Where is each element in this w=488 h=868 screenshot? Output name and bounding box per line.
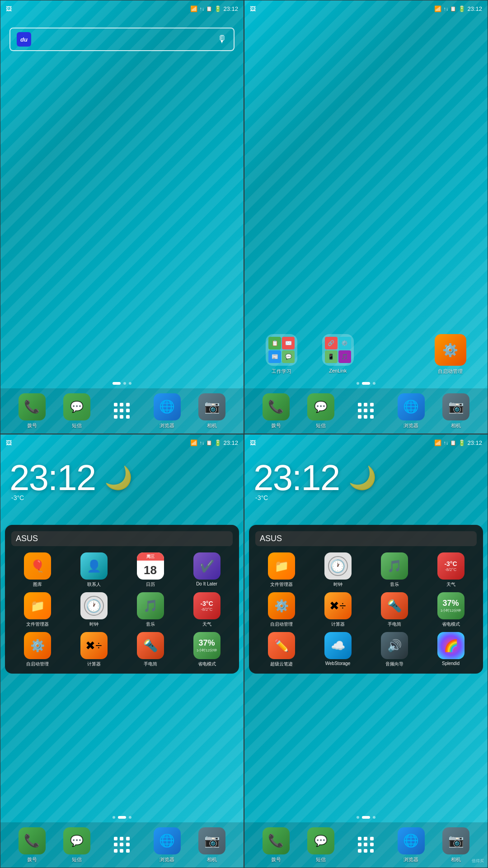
app-flashlight-q4[interactable]: 🔦 手电筒 — [368, 592, 420, 627]
app-doitlater[interactable]: ✔️ Do It Later — [181, 552, 233, 588]
app-music-q4[interactable]: 🎵 音乐 — [368, 552, 420, 588]
folder-work[interactable]: 📋 ✉️ 📰 💬 工作学习 — [266, 334, 297, 375]
sms-label-q3: 短信 — [72, 856, 82, 863]
app-music-q3[interactable]: 🎵 音乐 — [124, 592, 176, 627]
dock-grid-q4[interactable] — [352, 831, 380, 859]
status-left-q2: 🖼 — [250, 5, 256, 12]
app-gallery[interactable]: 🎈 图库 — [11, 552, 63, 588]
dock-phone-q4[interactable]: 📞 拨号 — [263, 827, 290, 863]
app-autostart-q2[interactable]: ⚙️ 自启动管理 — [435, 334, 466, 375]
status-bar-q1: 🖼 📶 ↑↓ 📋 🔋 23:12 — [0, 0, 244, 17]
battery-label-q4: 省电模式 — [442, 621, 460, 627]
zi3: 📱 — [325, 350, 338, 363]
voice-search-icon[interactable]: 🎙 — [217, 33, 227, 45]
app-audioguide-q4[interactable]: 🔊 音频向导 — [368, 632, 420, 667]
dock-phone-q3[interactable]: 📞 拨号 — [19, 827, 46, 863]
grid-dots-q4 — [358, 837, 374, 853]
photo-icon-q2: 🖼 — [250, 5, 256, 12]
quadrant-2: 🖼 📶 ↑↓ 📋 🔋 23:12 📋 ✉️ 📰 💬 工作学习 🔗 ⚙️ — [244, 0, 488, 434]
sim-icon-q1: 📋 — [206, 6, 212, 12]
app-contacts[interactable]: 👤 联系人 — [68, 552, 120, 588]
wifi-icon-q1: 📶 — [190, 5, 197, 12]
app-battery-q4[interactable]: 37% 1小时12分钟 省电模式 — [425, 592, 477, 627]
dock-sms-q3[interactable]: 💬 短信 — [63, 827, 90, 863]
dock-grid-q2[interactable] — [352, 397, 380, 425]
clock-icon-q4: 🕐 — [324, 552, 352, 580]
dock-browser-q2[interactable]: 🌐 浏览器 — [398, 393, 425, 429]
grid-dots-q3 — [114, 837, 130, 853]
dock-camera-q2[interactable]: 📷 相机 — [442, 393, 469, 429]
app-autostart-q4[interactable]: ⚙️ 自启动管理 — [255, 592, 307, 627]
wifi-icon-q3: 📶 — [190, 439, 197, 446]
gd6 — [126, 409, 130, 412]
app-battery-q3[interactable]: 37% 1小时12分钟 省电模式 — [181, 632, 233, 667]
background-q1 — [0, 0, 244, 434]
dot-1 — [113, 382, 121, 385]
app-clock-q4[interactable]: 🕐 时钟 — [312, 552, 364, 588]
app-weather-q4[interactable]: -3°C -8/2°C 天气 — [425, 552, 477, 588]
app-drawer-q4: ASUS 📁 文件管理器 🕐 时钟 🎵 音乐 — [249, 525, 483, 674]
sim-icon-q4: 📋 — [450, 440, 456, 446]
gd4-7 — [358, 849, 361, 853]
app-splendid-q4[interactable]: 🌈 Splendid — [425, 632, 477, 667]
app-weather-q3[interactable]: -3°C -8/2°C 天气 — [181, 592, 233, 627]
clock-label-q4: 时钟 — [333, 581, 343, 588]
browser-label-q1: 浏览器 — [160, 422, 174, 429]
gd4-6 — [370, 843, 374, 846]
phone-label-q2: 拨号 — [271, 422, 281, 429]
app-filemanager-q3[interactable]: 📁 文件管理器 — [11, 592, 63, 627]
phone-label-q4: 拨号 — [271, 856, 281, 863]
dock-sms-q2[interactable]: 💬 短信 — [307, 393, 334, 429]
dock-browser-q4[interactable]: 🌐 浏览器 — [398, 827, 425, 863]
app-webstorage-q4[interactable]: ☁️ WebStorage — [312, 632, 364, 667]
signal-icon-q2: ↑↓ — [443, 6, 448, 11]
sms-label-q2: 短信 — [316, 422, 326, 429]
dock-browser-q3[interactable]: 🌐 浏览器 — [154, 827, 181, 863]
dock-sms-q1[interactable]: 💬 短信 — [63, 393, 90, 429]
baidu-logo: du — [17, 32, 31, 47]
clock-widget-q3: 23:12 🌙 -3°C — [9, 457, 131, 501]
folder-zenlink[interactable]: 🔗 ⚙️ 📱 🎵 ZenLink — [322, 334, 354, 375]
camera-icon-q3: 📷 — [198, 827, 225, 854]
battery-icon-q4: 37% 1小时12分钟 — [437, 592, 465, 619]
app-clock-q3[interactable]: 🕐 时钟 — [68, 592, 120, 627]
app-flashlight-q3[interactable]: 🔦 手电筒 — [124, 632, 176, 667]
app-autostart-q3[interactable]: ⚙️ 自启动管理 — [11, 632, 63, 667]
dock-grid-q1[interactable] — [108, 397, 136, 425]
dock-q3: 📞 拨号 💬 短信 🌐 — [0, 822, 244, 868]
dock-camera-q1[interactable]: 📷 相机 — [198, 393, 225, 429]
sms-icon-q3: 💬 — [63, 827, 90, 854]
drawer-title-q4: ASUS — [255, 531, 477, 546]
app-notes-q4[interactable]: ✏️ 超级云笔迹 — [255, 632, 307, 667]
dock-camera-q3[interactable]: 📷 相机 — [198, 827, 225, 863]
dock-phone-q2[interactable]: 📞 拨号 — [263, 393, 290, 429]
wifi-icon-q2: 📶 — [434, 5, 441, 12]
dock-phone-q1[interactable]: 📞 拨号 — [19, 393, 46, 429]
music-icon-q4: 🎵 — [381, 552, 408, 580]
autostart-label-q2: 自启动管理 — [438, 368, 463, 375]
app-calendar[interactable]: 周三 18 日历 — [124, 552, 176, 588]
dock-q4: 📞 拨号 💬 短信 🌐 — [244, 822, 488, 868]
gd3-7 — [114, 849, 117, 853]
app-calculator-q4[interactable]: ✖÷ 计算器 — [312, 592, 364, 627]
sms-icon-q4: 💬 — [307, 827, 334, 854]
dock-grid-q3[interactable] — [108, 831, 136, 859]
dot-q3-2 — [118, 816, 126, 819]
flashlight-icon-q3: 🔦 — [137, 632, 164, 659]
dock-browser-q1[interactable]: 🌐 浏览器 — [154, 393, 181, 429]
splendid-label-q4: Splendid — [442, 661, 460, 666]
time-q4: 23:12 — [467, 439, 482, 446]
app-filemanager-q4[interactable]: 📁 文件管理器 — [255, 552, 307, 588]
grid-dots-q2 — [358, 403, 374, 419]
search-bar[interactable]: du 🎙 — [9, 28, 235, 51]
clock-widget-q4: 23:12 🌙 -3°C — [253, 457, 375, 501]
dock-camera-q4[interactable]: 📷 相机 — [442, 827, 469, 863]
status-bar-q2: 🖼 📶 ↑↓ 📋 🔋 23:12 — [244, 0, 488, 17]
dock-sms-q4[interactable]: 💬 短信 — [307, 827, 334, 863]
app-calculator-q3[interactable]: ✖÷ 计算器 — [68, 632, 120, 667]
dot-q4-3 — [373, 816, 375, 819]
gallery-icon: 🎈 — [24, 552, 51, 580]
gd4-3 — [370, 837, 374, 840]
moon-icon-q4: 🌙 — [348, 465, 375, 491]
clock-display-q3: 23:12 🌙 — [9, 457, 131, 499]
